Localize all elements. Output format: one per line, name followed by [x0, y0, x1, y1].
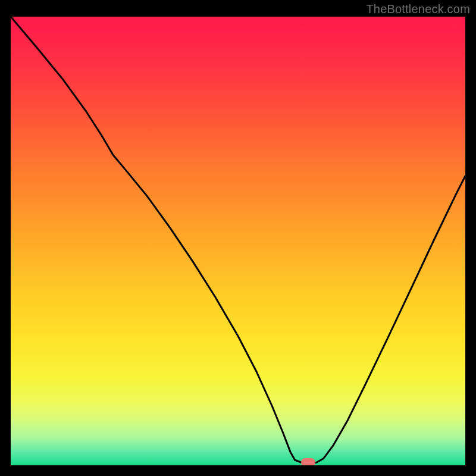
gradient-background [11, 17, 465, 465]
chart-svg [11, 17, 465, 465]
chart-frame: TheBottleneck.com [0, 0, 476, 476]
plot-area [11, 17, 465, 465]
optimum-marker [301, 458, 315, 465]
watermark-text: TheBottleneck.com [366, 2, 470, 16]
